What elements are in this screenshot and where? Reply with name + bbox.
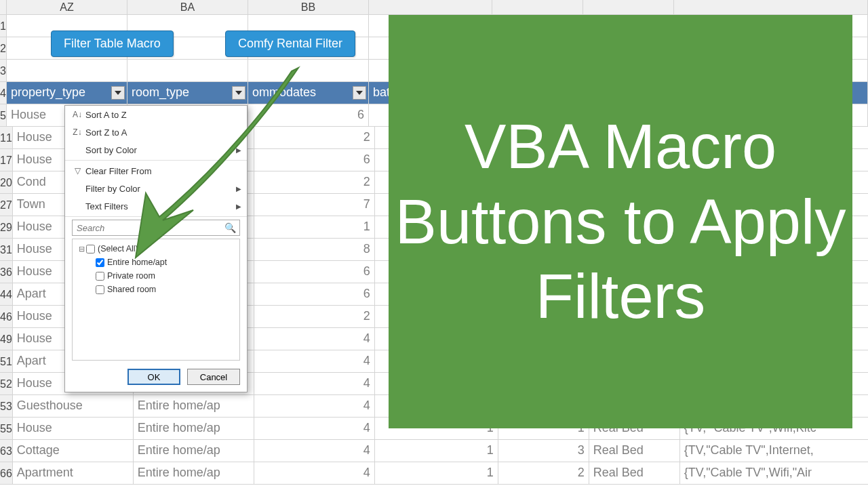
- cell-accommodates[interactable]: 2: [254, 171, 375, 194]
- opt-checkbox[interactable]: [96, 285, 104, 294]
- cell-accommodates[interactable]: 4: [254, 328, 375, 350]
- opt-label: Entire home/apt: [107, 258, 167, 267]
- cell-property-type[interactable]: [7, 60, 127, 82]
- title-text: VBA Macro Buttons to Apply Filters: [389, 109, 852, 333]
- row-header[interactable]: 4: [0, 82, 7, 104]
- cell-accommodates[interactable]: 6: [254, 261, 375, 283]
- cell-accommodates[interactable]: [248, 60, 369, 82]
- sort-z-to-a[interactable]: Z↓ Sort Z to A: [65, 123, 247, 141]
- row-header[interactable]: 29: [0, 216, 13, 239]
- cell-bath[interactable]: 1: [375, 462, 498, 485]
- row-header[interactable]: 36: [0, 261, 13, 283]
- clear-filter-icon: ▽: [69, 166, 85, 176]
- select-all-item[interactable]: ⊟ (Select All): [77, 242, 235, 256]
- select-all-corner[interactable]: [0, 0, 7, 15]
- col-header-bf[interactable]: [674, 0, 868, 15]
- filter-opt-private-room[interactable]: Private room: [77, 269, 235, 283]
- row-header[interactable]: 27: [0, 194, 13, 216]
- row-header[interactable]: 11: [0, 127, 13, 149]
- cell-accommodates[interactable]: 7: [254, 194, 375, 216]
- sort-a-to-z[interactable]: A↓ Sort A to Z: [65, 106, 247, 123]
- autofilter-dropdown: A↓ Sort A to Z Z↓ Sort Z to A Sort by Co…: [64, 105, 248, 392]
- table-header-cell[interactable]: ommodates: [248, 82, 369, 104]
- cell-accommodates[interactable]: 4: [254, 440, 375, 462]
- row-header[interactable]: 3: [0, 60, 7, 82]
- cell-accommodates[interactable]: 4: [254, 350, 375, 373]
- col-header-be[interactable]: [583, 0, 674, 15]
- cell-accommodates[interactable]: 2: [254, 306, 375, 328]
- sort-by-color[interactable]: Sort by Color ▶: [65, 141, 247, 159]
- cell-property-type[interactable]: Cottage: [13, 440, 134, 462]
- row-header[interactable]: 49: [0, 328, 13, 350]
- row-header[interactable]: 46: [0, 306, 13, 328]
- cell-accommodates[interactable]: 4: [254, 395, 375, 418]
- row-header[interactable]: 1: [0, 15, 7, 37]
- cell-accommodates[interactable]: 2: [254, 127, 375, 149]
- cell-accommodates[interactable]: 8: [254, 239, 375, 261]
- row-header[interactable]: 52: [0, 373, 13, 395]
- cell-room-type[interactable]: Entire home/ap: [134, 395, 254, 418]
- row-header[interactable]: 66: [0, 462, 13, 485]
- col-header-bc[interactable]: [369, 0, 492, 15]
- filter-search-input[interactable]: [72, 220, 240, 236]
- col-header-bd[interactable]: [492, 0, 583, 15]
- cell-property-type[interactable]: Apartment: [13, 462, 134, 485]
- opt-checkbox[interactable]: [96, 258, 104, 267]
- cell-room-type[interactable]: Entire home/ap: [134, 418, 254, 440]
- row-header[interactable]: 17: [0, 149, 13, 171]
- table-header-cell[interactable]: room_type: [127, 82, 248, 104]
- filter-dropdown-icon[interactable]: [353, 86, 366, 100]
- filter-opt-entire-home[interactable]: Entire home/apt: [77, 256, 235, 269]
- cell-beds[interactable]: 3: [498, 440, 589, 462]
- opt-checkbox[interactable]: [96, 272, 104, 281]
- ok-button[interactable]: OK: [127, 369, 180, 385]
- cell-accommodates[interactable]: 4: [254, 373, 375, 395]
- cell-bath[interactable]: 1: [375, 440, 498, 462]
- row-header[interactable]: 44: [0, 283, 13, 306]
- opt-label: Shared room: [107, 285, 156, 294]
- comfy-rental-filter-button[interactable]: Comfy Rental Filter: [225, 30, 355, 57]
- row-header[interactable]: 51: [0, 350, 13, 373]
- cell-beds[interactable]: 2: [498, 462, 589, 485]
- col-header-bb[interactable]: BB: [248, 0, 369, 15]
- cell-accommodates[interactable]: 6: [254, 283, 375, 306]
- row-header[interactable]: 31: [0, 239, 13, 261]
- cell-bed-type[interactable]: Real Bed: [589, 440, 680, 462]
- cell-room-type[interactable]: Entire home/ap: [134, 462, 254, 485]
- filter-dropdown-icon[interactable]: [232, 86, 245, 100]
- cell-amenities[interactable]: {TV,"Cable TV",Internet,: [680, 440, 868, 462]
- row-header[interactable]: 53: [0, 395, 13, 418]
- row-header[interactable]: 20: [0, 171, 13, 194]
- table-header-cell[interactable]: property_type: [7, 82, 127, 104]
- cancel-button[interactable]: Cancel: [187, 369, 240, 385]
- filter-table-macro-button[interactable]: Filter Table Macro: [51, 30, 174, 57]
- cell-accommodates[interactable]: 6: [248, 104, 369, 127]
- filter-opt-shared-room[interactable]: Shared room: [77, 283, 235, 296]
- filter-by-color[interactable]: Filter by Color ▶: [65, 180, 247, 197]
- col-header-az[interactable]: AZ: [7, 0, 127, 15]
- cell-property-type[interactable]: House: [13, 418, 134, 440]
- col-header-ba[interactable]: BA: [127, 0, 248, 15]
- cell-accommodates[interactable]: 6: [254, 149, 375, 171]
- cell-accommodates[interactable]: 4: [254, 462, 375, 485]
- cell-accommodates[interactable]: 4: [254, 418, 375, 440]
- row-header[interactable]: 5: [0, 104, 7, 127]
- row-header[interactable]: 2: [0, 37, 7, 60]
- cell-property-type[interactable]: Guesthouse: [13, 395, 134, 418]
- submenu-arrow-icon: ▶: [236, 146, 241, 154]
- cell-room-type[interactable]: [127, 60, 248, 82]
- row-header[interactable]: 63: [0, 440, 13, 462]
- filter-dropdown-icon[interactable]: [111, 86, 125, 100]
- text-filters[interactable]: Text Filters ▶: [65, 197, 247, 215]
- select-all-checkbox[interactable]: [86, 245, 95, 253]
- opt-label: Private room: [107, 271, 155, 281]
- cell-accommodates[interactable]: 1: [254, 216, 375, 239]
- row-header[interactable]: 55: [0, 418, 13, 440]
- table-row: 63CottageEntire home/ap413Real Bed{TV,"C…: [0, 440, 868, 462]
- cell-bed-type[interactable]: Real Bed: [589, 462, 680, 485]
- table-row: 66ApartmentEntire home/ap412Real Bed{TV,…: [0, 462, 868, 485]
- cell-amenities[interactable]: {TV,"Cable TV",Wifi,"Air: [680, 462, 868, 485]
- submenu-arrow-icon: ▶: [236, 185, 241, 192]
- clear-filter[interactable]: ▽ Clear Filter From: [65, 162, 247, 180]
- cell-room-type[interactable]: Entire home/ap: [134, 440, 254, 462]
